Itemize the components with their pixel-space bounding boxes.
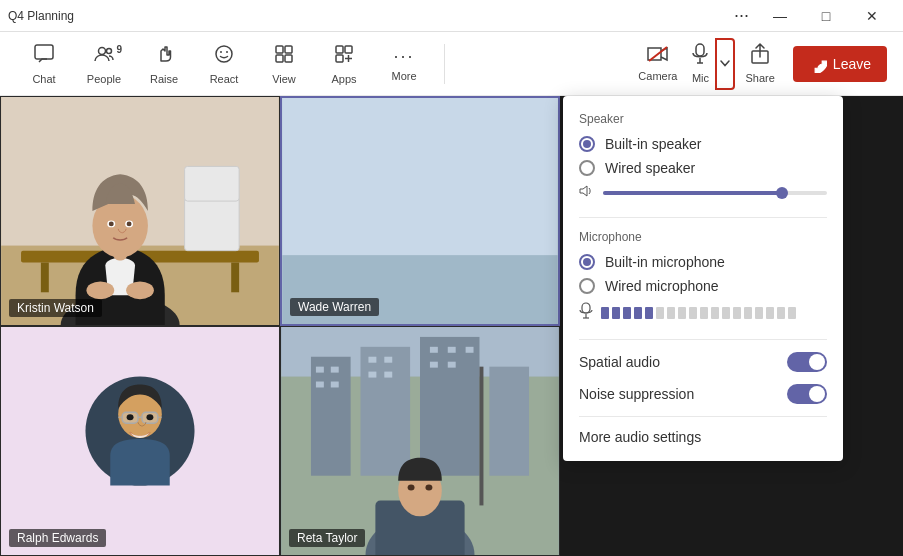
svg-point-73	[408, 485, 415, 491]
builtin-speaker-option[interactable]: Built-in speaker	[579, 136, 827, 152]
mic-dropdown-button[interactable]	[715, 38, 735, 90]
camera-button[interactable]: Camera	[632, 38, 683, 90]
wired-mic-radio[interactable]	[579, 278, 595, 294]
volume-thumb	[776, 187, 788, 199]
leave-button[interactable]: Leave	[793, 46, 887, 82]
toolbar-right: Camera Mic	[632, 38, 887, 90]
svg-point-3	[216, 46, 232, 62]
svg-point-48	[127, 414, 134, 420]
view-icon	[273, 43, 295, 70]
volume-row	[579, 184, 827, 201]
apps-label: Apps	[331, 73, 356, 85]
level-bar-1	[601, 307, 609, 319]
volume-slider[interactable]	[603, 191, 827, 195]
level-bar-2	[612, 307, 620, 319]
level-bar-6	[656, 307, 664, 319]
svg-rect-56	[489, 367, 529, 476]
toolbar-raise[interactable]: Raise	[136, 38, 192, 90]
svg-point-2	[107, 48, 112, 53]
svg-point-35	[86, 281, 114, 299]
svg-point-34	[127, 221, 132, 226]
svg-point-74	[425, 485, 432, 491]
share-button[interactable]: Share	[737, 38, 782, 90]
toolbar-apps[interactable]: Apps	[316, 38, 372, 90]
video-cell-ralph[interactable]: Ralph Edwards	[0, 326, 280, 556]
reta-name-label: Reta Taylor	[289, 529, 365, 547]
minimize-button[interactable]: —	[757, 0, 803, 32]
wired-speaker-option[interactable]: Wired speaker	[579, 160, 827, 176]
svg-point-4	[220, 51, 222, 53]
svg-rect-75	[479, 367, 483, 506]
leave-label: Leave	[833, 56, 871, 72]
svg-rect-76	[582, 303, 590, 313]
speaker-section-label: Speaker	[579, 112, 827, 126]
svg-rect-10	[336, 46, 343, 53]
people-badge: 9	[116, 44, 122, 55]
mic-button[interactable]: Mic	[685, 38, 715, 90]
builtin-speaker-radio[interactable]	[579, 136, 595, 152]
chat-label: Chat	[32, 73, 55, 85]
svg-point-33	[109, 221, 114, 226]
more-audio-settings-link[interactable]: More audio settings	[579, 429, 827, 445]
level-bar-17	[777, 307, 785, 319]
svg-rect-11	[345, 46, 352, 53]
raise-icon	[153, 43, 175, 70]
ralph-video	[1, 327, 279, 555]
toolbar-people[interactable]: 9 People	[76, 38, 132, 90]
spatial-audio-toggle[interactable]	[787, 352, 827, 372]
react-icon	[213, 43, 235, 70]
toolbar-more[interactable]: ··· More	[376, 38, 432, 90]
title-bar-right: ··· — □ ✕	[726, 0, 895, 32]
svg-rect-26	[185, 196, 240, 251]
toolbar-separator	[444, 44, 445, 84]
toolbar-view[interactable]: View	[256, 38, 312, 90]
level-bar-5	[645, 307, 653, 319]
video-cell-kristin[interactable]: Kristin Watson	[0, 96, 280, 326]
level-bar-11	[711, 307, 719, 319]
svg-rect-7	[285, 46, 292, 53]
title-more-button[interactable]: ···	[726, 5, 757, 26]
level-bar-12	[722, 307, 730, 319]
level-bar-10	[700, 307, 708, 319]
ralph-name-label: Ralph Edwards	[9, 529, 106, 547]
react-label: React	[210, 73, 239, 85]
level-bar-9	[689, 307, 697, 319]
apps-icon	[333, 43, 355, 70]
mic-level-bars	[601, 307, 796, 319]
wired-mic-option[interactable]: Wired microphone	[579, 278, 827, 294]
share-icon	[749, 43, 771, 69]
camera-label: Camera	[638, 70, 677, 82]
close-button[interactable]: ✕	[849, 0, 895, 32]
noise-suppression-row: Noise suppression	[579, 384, 827, 404]
reta-video	[281, 327, 559, 555]
more-icon: ···	[393, 46, 414, 67]
svg-rect-0	[35, 45, 53, 59]
builtin-mic-option[interactable]: Built-in microphone	[579, 254, 827, 270]
wired-speaker-radio[interactable]	[579, 160, 595, 176]
svg-rect-65	[430, 347, 438, 353]
toolbar-react[interactable]: React	[196, 38, 252, 90]
noise-suppression-toggle[interactable]	[787, 384, 827, 404]
app-title: Q4 Planning	[8, 9, 74, 23]
chat-icon	[33, 43, 55, 70]
video-cell-wade[interactable]: Wade Warren	[280, 96, 560, 326]
kristin-video	[1, 97, 279, 325]
video-cell-reta[interactable]: Reta Taylor	[280, 326, 560, 556]
level-bar-18	[788, 307, 796, 319]
builtin-mic-label: Built-in microphone	[605, 254, 725, 270]
svg-rect-38	[282, 98, 557, 255]
mic-level-icon	[579, 302, 593, 323]
maximize-button[interactable]: □	[803, 0, 849, 32]
builtin-mic-radio[interactable]	[579, 254, 595, 270]
level-bar-16	[766, 307, 774, 319]
wired-mic-label: Wired microphone	[605, 278, 719, 294]
toolbar: Chat 9 People Raise	[0, 32, 903, 96]
level-bar-13	[733, 307, 741, 319]
toolbar-chat[interactable]: Chat	[16, 38, 72, 90]
window-controls: — □ ✕	[757, 0, 895, 32]
mic-group: Mic	[685, 38, 735, 90]
svg-point-1	[99, 47, 106, 54]
more-label: More	[391, 70, 416, 82]
svg-rect-59	[316, 382, 324, 388]
svg-point-5	[226, 51, 228, 53]
